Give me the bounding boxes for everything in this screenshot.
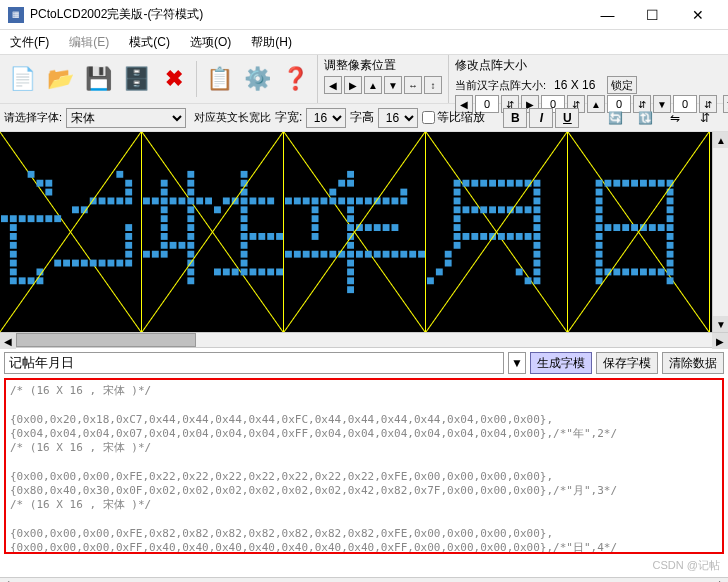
matrix-subtitle: 当前汉字点阵大小: bbox=[455, 78, 546, 93]
rotate-left-icon[interactable]: 🔄 bbox=[603, 108, 627, 128]
scroll-thumb[interactable] bbox=[16, 333, 196, 347]
minimize-button[interactable]: — bbox=[585, 1, 630, 29]
window-title: PCtoLCD2002完美版-(字符模式) bbox=[30, 6, 585, 23]
bottom-scrollbar[interactable]: ◀ ▶ bbox=[0, 577, 728, 582]
lock-button[interactable]: 锁定 bbox=[607, 76, 637, 94]
help-icon[interactable]: ❓ bbox=[277, 61, 313, 97]
glyph-cell[interactable] bbox=[568, 132, 710, 332]
select-font-label: 请选择字体: bbox=[4, 112, 62, 123]
menubar: 文件(F) 编辑(E) 模式(C) 选项(O) 帮助(H) bbox=[0, 30, 728, 54]
underline-button[interactable]: U bbox=[555, 108, 579, 128]
save-font-button[interactable]: 保存字模 bbox=[596, 352, 658, 374]
shift-left-icon[interactable]: ◀ bbox=[324, 76, 342, 94]
new-icon[interactable]: 📄 bbox=[4, 61, 40, 97]
open-icon[interactable]: 📂 bbox=[42, 61, 78, 97]
zh-en-ratio-label: 对应英文长宽比 bbox=[194, 110, 271, 125]
glyph-cell[interactable] bbox=[284, 132, 426, 332]
preview-area[interactable]: ▲ ▼ bbox=[0, 132, 728, 332]
scroll-left-icon[interactable]: ◀ bbox=[0, 333, 16, 349]
aspect-checkbox[interactable]: 等比缩放 bbox=[422, 109, 485, 126]
rotate-right-icon[interactable]: 🔃 bbox=[633, 108, 657, 128]
menu-mode[interactable]: 模式(C) bbox=[123, 32, 176, 53]
char-height-combo[interactable]: 16 bbox=[378, 108, 418, 128]
shift-vert-icon[interactable]: ↕ bbox=[424, 76, 442, 94]
dropdown-icon[interactable]: ▼ bbox=[508, 352, 526, 374]
vertical-scrollbar[interactable]: ▲ ▼ bbox=[712, 132, 728, 332]
matrix-dims: 16 X 16 bbox=[550, 78, 599, 92]
scroll-down-icon[interactable]: ▼ bbox=[713, 316, 728, 332]
pixel-adjust-panel: 调整像素位置 ◀ ▶ ▲ ▼ ↔ ↕ bbox=[317, 55, 448, 103]
zikuan-label: 字宽: bbox=[275, 109, 302, 126]
saveas-icon[interactable]: 🗄️ bbox=[118, 61, 154, 97]
input-row: ▼ 生成字模 保存字模 清除数据 bbox=[0, 348, 728, 378]
shift-right-icon[interactable]: ▶ bbox=[344, 76, 362, 94]
menu-options[interactable]: 选项(O) bbox=[184, 32, 237, 53]
matrix-size-title: 修改点阵大小 bbox=[455, 57, 527, 74]
menu-help[interactable]: 帮助(H) bbox=[245, 32, 298, 53]
titlebar: ▦ PCtoLCD2002完美版-(字符模式) — ☐ ✕ bbox=[0, 0, 728, 30]
app-icon: ▦ bbox=[8, 7, 24, 23]
pixel-adjust-title: 调整像素位置 bbox=[324, 57, 442, 74]
shift-down-icon[interactable]: ▼ bbox=[384, 76, 402, 94]
menu-file[interactable]: 文件(F) bbox=[4, 32, 55, 53]
delete-icon[interactable]: ✖ bbox=[156, 61, 192, 97]
clear-button[interactable]: 清除数据 bbox=[662, 352, 724, 374]
toolbar: 📄 📂 💾 🗄️ ✖ 📋 ⚙️ ❓ 调整像素位置 ◀ ▶ ▲ ▼ ↔ ↕ 修改点… bbox=[0, 54, 728, 104]
shift-up-icon[interactable]: ▲ bbox=[364, 76, 382, 94]
settings-icon[interactable]: ⚙️ bbox=[239, 61, 275, 97]
zigao-label: 字高 bbox=[350, 109, 374, 126]
char-width-combo[interactable]: 16 bbox=[306, 108, 346, 128]
scroll-right-icon[interactable]: ▶ bbox=[712, 333, 728, 349]
flip-v-icon[interactable]: ⇵ bbox=[693, 108, 717, 128]
close-button[interactable]: ✕ bbox=[675, 1, 720, 29]
preview-horizontal-scrollbar[interactable]: ◀ ▶ bbox=[0, 332, 728, 348]
watermark: CSDN @记帖 bbox=[0, 558, 728, 577]
output-textarea[interactable]: /* (16 X 16 , 宋体 )*/ {0x00,0x20,0x18,0xC… bbox=[4, 378, 724, 554]
glyph-cell[interactable] bbox=[426, 132, 568, 332]
scroll-up-icon[interactable]: ▲ bbox=[713, 132, 728, 148]
bottom-scroll-right-icon[interactable]: ▶ bbox=[719, 578, 728, 582]
menu-edit[interactable]: 编辑(E) bbox=[63, 32, 115, 53]
notes-icon[interactable]: 📋 bbox=[201, 61, 237, 97]
font-controls: 请选择字体: 宋体 对应英文长宽比 字宽: 16 字高 16 等比缩放 B I … bbox=[0, 104, 728, 132]
matrix-size-panel: 修改点阵大小 当前汉字点阵大小: 16 X 16 锁定 ◀ ⇵ ▶ ⇵ ▲ ⇵ … bbox=[448, 55, 728, 103]
height-dec-icon[interactable]: ▲ bbox=[587, 95, 605, 113]
glyph-cell[interactable] bbox=[0, 132, 142, 332]
maximize-button[interactable]: ☐ bbox=[630, 1, 675, 29]
bold-button[interactable]: B bbox=[503, 108, 527, 128]
font-combo[interactable]: 宋体 bbox=[66, 108, 186, 128]
save-icon[interactable]: 💾 bbox=[80, 61, 116, 97]
reset-button[interactable]: 复位 bbox=[723, 95, 728, 113]
shift-horiz-icon[interactable]: ↔ bbox=[404, 76, 422, 94]
flip-h-icon[interactable]: ⇋ bbox=[663, 108, 687, 128]
glyph-cell[interactable] bbox=[142, 132, 284, 332]
generate-button[interactable]: 生成字模 bbox=[530, 352, 592, 374]
bottom-scroll-left-icon[interactable]: ◀ bbox=[0, 578, 9, 582]
text-input[interactable] bbox=[4, 352, 504, 374]
italic-button[interactable]: I bbox=[529, 108, 553, 128]
